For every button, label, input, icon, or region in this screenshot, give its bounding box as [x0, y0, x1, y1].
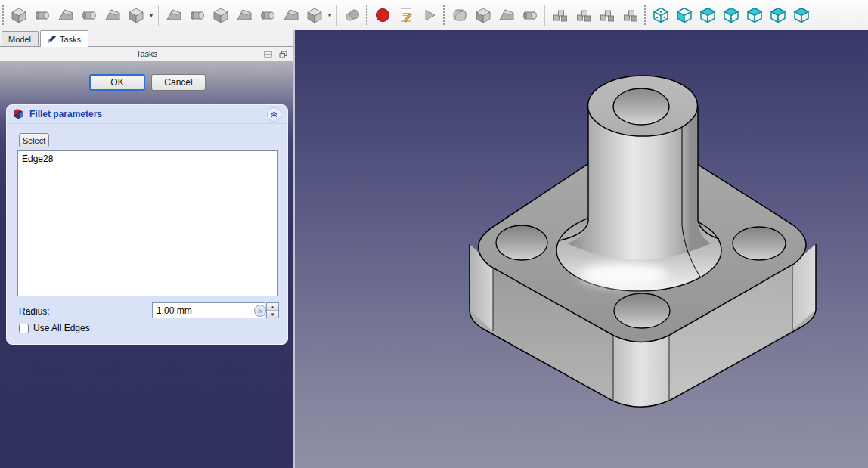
ok-button-label: OK	[110, 77, 123, 88]
toolbar-pocket-icon[interactable]	[162, 3, 185, 27]
ok-button[interactable]: OK	[89, 74, 145, 91]
toolbar-view-rear-icon[interactable]	[742, 3, 766, 27]
fillet-parameters-title: Fillet parameters	[29, 109, 262, 119]
fillet-parameters-box: Fillet parameters Select Edge28 Radius: …	[6, 104, 288, 345]
toolbar-revolution-icon[interactable]	[30, 3, 54, 27]
toolbar-macro-edit-icon[interactable]	[394, 3, 417, 27]
toolbar-separator	[544, 5, 545, 26]
toolbar-subtractive-primitive-icon[interactable]	[302, 3, 326, 27]
toolbar-handle[interactable]	[365, 5, 368, 25]
toolbar-polar-pattern-icon[interactable]	[595, 3, 618, 27]
toolbar-draft-icon[interactable]	[494, 3, 518, 27]
radius-spinner: ▲ ▼	[266, 302, 279, 318]
3d-model-flange	[295, 30, 868, 468]
dock-restore-icon[interactable]	[263, 50, 272, 58]
tab-model-label: Model	[8, 35, 31, 44]
spin-down-button[interactable]: ▼	[267, 311, 278, 318]
3d-viewport[interactable]	[295, 30, 868, 468]
toolbar-view-bottom-icon[interactable]	[766, 3, 789, 27]
tasks-panel-titlebar: Tasks	[0, 48, 293, 60]
toolbar-handle[interactable]	[2, 5, 5, 25]
toolbar-macro-record-icon[interactable]	[370, 3, 394, 27]
toolbar-view-front-icon[interactable]	[672, 3, 696, 27]
toolbar-hole-icon[interactable]	[185, 3, 209, 27]
edge-list[interactable]: Edge28	[17, 150, 278, 296]
toolbar-macro-execute-icon[interactable]	[417, 3, 441, 27]
radius-label: Radius:	[19, 306, 50, 317]
tasks-panel-body: OK Cancel Fillet parameters	[0, 61, 293, 468]
cancel-button[interactable]: Cancel	[151, 74, 206, 91]
radius-input[interactable]	[152, 302, 265, 318]
tasks-panel-title: Tasks	[136, 49, 157, 58]
fillet-parameters-header[interactable]: Fillet parameters	[7, 105, 287, 124]
toolbar-view-top-icon[interactable]	[696, 3, 719, 27]
select-button[interactable]: Select	[19, 133, 49, 147]
toolbar-additive-helix-icon[interactable]	[101, 3, 124, 27]
toolbar-additive-primitive-dropdown-arrow[interactable]: ▾	[147, 12, 155, 19]
toolbar-view-right-icon[interactable]	[719, 3, 742, 27]
use-all-edges-row: Use All Edges	[19, 323, 90, 333]
toolbar-view-isometric-icon[interactable]	[649, 3, 672, 27]
toolbar-multitransform-icon[interactable]	[618, 3, 642, 27]
edge-list-item[interactable]: Edge28	[18, 151, 277, 165]
tab-model[interactable]: Model	[2, 31, 39, 46]
toolbar-fillet-icon[interactable]	[448, 3, 471, 27]
tab-tasks-label: Tasks	[60, 35, 81, 44]
chevron-up-icon	[271, 111, 277, 118]
toolbar-separator	[336, 5, 337, 26]
collapse-button[interactable]	[267, 107, 281, 122]
toolbar-additive-pipe-icon[interactable]	[77, 3, 101, 27]
toolbar-separator	[158, 5, 159, 26]
toolbar-additive-loft-icon[interactable]	[54, 3, 77, 27]
toolbar-handle[interactable]	[442, 5, 445, 25]
toolbar-linear-pattern-icon[interactable]	[572, 3, 595, 27]
freecad-window: ▾▾ Model Tasks Tasks	[0, 0, 868, 468]
toolbar-boolean-operation-icon[interactable]	[340, 3, 364, 27]
toolbar-thickness-icon[interactable]	[518, 3, 541, 27]
pen-icon	[47, 34, 57, 44]
toolbar-subtractive-helix-icon[interactable]	[279, 3, 302, 27]
fillet-icon	[13, 108, 25, 120]
expression-editor-icon[interactable]: fx	[254, 305, 266, 317]
toolbar-view-left-icon[interactable]	[789, 3, 813, 27]
toolbar: ▾▾	[0, 0, 868, 31]
use-all-edges-label: Use All Edges	[33, 323, 90, 333]
toolbar-subtractive-pipe-icon[interactable]	[256, 3, 279, 27]
combo-view-tabbar: Model Tasks	[0, 30, 293, 47]
toolbar-additive-primitive-icon[interactable]	[124, 3, 147, 27]
toolbar-chamfer-icon[interactable]	[471, 3, 494, 27]
toolbar-pad-icon[interactable]	[7, 3, 30, 27]
toolbar-mirrored-icon[interactable]	[548, 3, 572, 27]
cancel-button-label: Cancel	[164, 77, 192, 88]
select-button-label: Select	[23, 136, 46, 145]
dock-float-icon[interactable]	[278, 50, 287, 58]
toolbar-groove-icon[interactable]	[209, 3, 232, 27]
toolbar-handle[interactable]	[643, 5, 646, 25]
combo-view-dock: Model Tasks Tasks OK	[0, 30, 293, 468]
tab-tasks[interactable]: Tasks	[40, 30, 88, 47]
use-all-edges-checkbox[interactable]	[19, 324, 29, 333]
toolbar-subtractive-loft-icon[interactable]	[232, 3, 256, 27]
toolbar-subtractive-primitive-dropdown-arrow[interactable]: ▾	[326, 12, 333, 19]
spin-up-button[interactable]: ▲	[267, 303, 278, 311]
